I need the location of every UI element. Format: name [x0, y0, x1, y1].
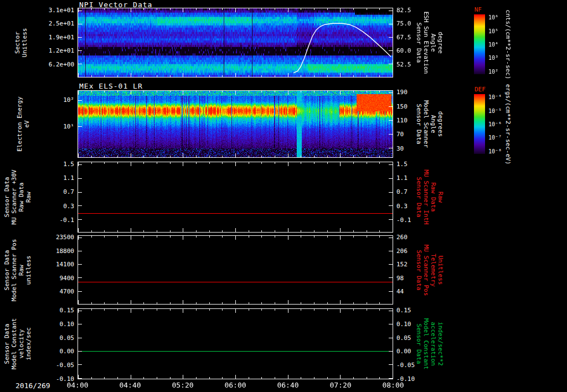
y-tick-mark	[389, 378, 393, 379]
x-tick-mark	[393, 309, 393, 313]
x-tick-mark	[275, 377, 275, 379]
x-tick-mark	[209, 91, 210, 92]
x-tick-mark	[131, 8, 131, 12]
x-tick-mark	[314, 377, 315, 379]
panel5-right-axis-label: Sensor Data Model Constant acceleration …	[414, 308, 445, 379]
x-tick-mark	[222, 309, 223, 311]
x-tick-mark	[131, 73, 131, 77]
x-tick-mark	[183, 162, 183, 166]
tick-label: 67.5	[396, 33, 411, 40]
y-tick-mark	[389, 148, 393, 148]
x-tick-mark	[209, 377, 210, 379]
x-tick-mark	[249, 8, 249, 10]
x-tick-mark	[288, 236, 288, 240]
x-tick-mark	[353, 377, 354, 379]
x-tick-mark	[170, 230, 171, 232]
x-tick-mark	[222, 236, 223, 238]
x-tick-mark	[143, 8, 144, 10]
tick-label: 1.9e+01	[49, 33, 74, 40]
x-tick-mark	[196, 162, 197, 164]
x-tick-mark	[235, 375, 236, 379]
x-tick-mark	[209, 162, 210, 164]
x-tick-mark	[340, 236, 341, 240]
x-tick-mark	[196, 75, 197, 77]
x-tick-mark	[393, 300, 393, 304]
y-tick-mark	[78, 11, 82, 11]
axis-label-line: Electron Energy	[16, 96, 23, 151]
x-tick-mark	[157, 309, 157, 311]
tick-label: 98	[396, 274, 404, 281]
x-tick-mark	[235, 153, 236, 157]
x-tick-mark	[117, 8, 118, 10]
x-tick-mark	[131, 300, 131, 304]
x-tick-mark	[261, 377, 262, 379]
x-tick-mark	[379, 230, 380, 232]
tick-label: 75.0	[396, 20, 411, 27]
x-tick-mark	[91, 91, 92, 92]
axis-label-line: Raw Data	[18, 183, 25, 212]
x-tick-mark	[249, 302, 249, 304]
x-tick-mark	[379, 156, 380, 157]
y-tick-mark	[389, 338, 393, 338]
y-tick-mark	[78, 178, 82, 179]
x-tick-mark	[288, 73, 288, 77]
x-tick-mark	[170, 162, 171, 164]
x-tick-mark	[117, 75, 118, 77]
x-tick-mark	[314, 302, 315, 304]
x-tick-mark	[275, 302, 275, 304]
x-tick-mark	[78, 8, 79, 12]
axis-label-line: Sensor Data	[3, 324, 11, 364]
tick-label: -0.05	[396, 362, 415, 369]
colorbar-def	[474, 94, 485, 154]
x-tick-mark	[104, 8, 105, 10]
tick-label: 10⁻⁸	[488, 148, 502, 154]
y-tick-mark	[78, 205, 82, 206]
panel2-left-ticks: 10²10¹	[32, 90, 75, 158]
y-tick-mark	[78, 264, 82, 265]
x-tick-mark	[367, 75, 367, 77]
tick-label: 08:00	[382, 381, 404, 389]
x-tick-mark	[353, 230, 354, 232]
x-tick-mark	[222, 302, 223, 304]
x-tick-mark	[249, 75, 249, 77]
y-tick-mark	[78, 364, 82, 365]
x-tick-mark	[393, 73, 393, 77]
axis-label-line: Model Scanner Pos	[11, 239, 18, 301]
x-tick-mark	[288, 300, 288, 304]
tick-label: 23500	[56, 234, 74, 241]
x-tick-mark	[249, 162, 249, 164]
axis-label-line: unitless	[25, 255, 32, 285]
x-tick-mark	[143, 91, 144, 92]
tick-label: 9400	[60, 274, 75, 281]
colorbar-units-text: ergs/(cm**2-sr-sec-eV)	[505, 84, 512, 164]
panel3-y-axis-label: Sensor Data MU Scanner +30V Raw Data Raw	[2, 162, 33, 233]
y-tick-mark	[78, 238, 82, 238]
tick-label: 04:00	[66, 381, 88, 389]
x-tick-mark	[104, 91, 105, 92]
y-tick-mark	[78, 192, 82, 193]
tick-label: 110	[396, 116, 408, 123]
x-tick-mark	[261, 302, 262, 304]
tick-label: 260	[396, 234, 408, 241]
x-tick-mark	[183, 8, 183, 12]
tick-label: 0.05	[396, 334, 411, 341]
x-tick-mark	[78, 91, 79, 95]
x-tick-mark	[340, 375, 341, 379]
tick-label: 05:20	[172, 381, 193, 389]
x-tick-mark	[327, 75, 328, 77]
axis-label-line: Unitless	[437, 255, 444, 285]
x-tick-mark	[301, 236, 301, 238]
x-tick-mark	[340, 91, 341, 95]
x-tick-mark	[104, 377, 105, 379]
x-tick-mark	[249, 230, 249, 232]
x-tick-mark	[170, 91, 171, 92]
axis-label-line: Raw Data	[430, 183, 437, 212]
x-tick-mark	[353, 156, 354, 157]
x-tick-mark	[235, 236, 236, 240]
tick-label: 52.5	[396, 61, 411, 68]
x-tick-mark	[222, 162, 223, 164]
tick-label: 10²	[488, 68, 498, 74]
y-tick-mark	[78, 251, 82, 251]
tick-label: 6.2e+00	[49, 61, 74, 68]
x-tick-mark	[157, 377, 157, 379]
